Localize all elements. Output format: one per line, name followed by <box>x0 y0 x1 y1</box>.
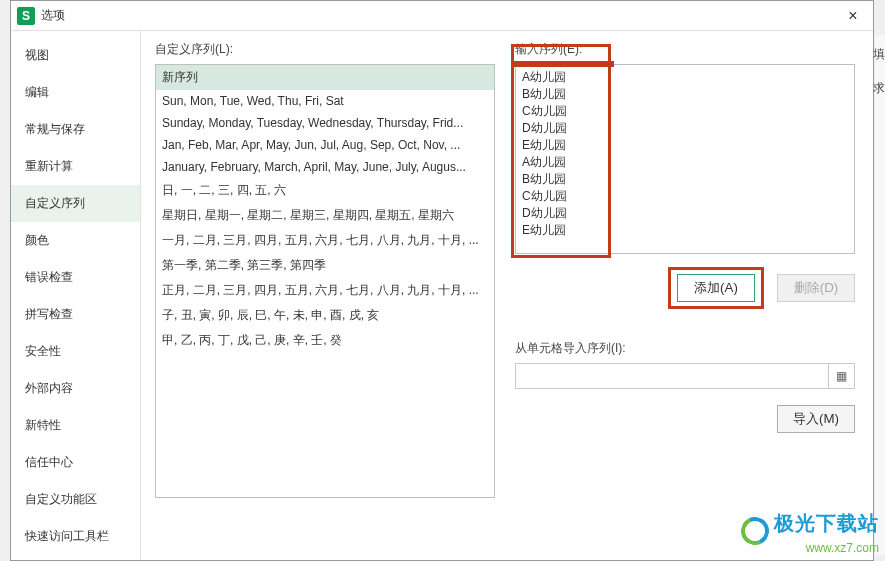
add-button-highlight: 添加(A) <box>675 274 757 302</box>
sidebar-item-4[interactable]: 自定义序列 <box>11 185 140 222</box>
options-dialog: S 选项 × 视图编辑常规与保存重新计算自定义序列颜色错误检查拼写检查安全性外部… <box>10 0 874 561</box>
sidebar-item-2[interactable]: 常规与保存 <box>11 111 140 148</box>
sidebar-item-0[interactable]: 视图 <box>11 37 140 74</box>
custom-list-label: 自定义序列(L): <box>155 41 495 58</box>
list-item[interactable]: Sunday, Monday, Tuesday, Wednesday, Thur… <box>156 112 494 134</box>
sidebar-item-7[interactable]: 拼写检查 <box>11 296 140 333</box>
dialog-body: 视图编辑常规与保存重新计算自定义序列颜色错误检查拼写检查安全性外部内容新特性信任… <box>11 31 873 560</box>
import-section: 从单元格导入序列(I): ▦ 导入(M) <box>515 340 855 433</box>
sidebar-item-9[interactable]: 外部内容 <box>11 370 140 407</box>
sidebar-item-1[interactable]: 编辑 <box>11 74 140 111</box>
close-icon[interactable]: × <box>833 1 873 31</box>
app-icon: S <box>17 7 35 25</box>
list-item[interactable]: 星期日, 星期一, 星期二, 星期三, 星期四, 星期五, 星期六 <box>156 203 494 228</box>
right-edge-strip <box>875 35 885 555</box>
sidebar-item-5[interactable]: 颜色 <box>11 222 140 259</box>
list-item[interactable]: 第一季, 第二季, 第三季, 第四季 <box>156 253 494 278</box>
sidebar: 视图编辑常规与保存重新计算自定义序列颜色错误检查拼写检查安全性外部内容新特性信任… <box>11 31 141 560</box>
add-delete-row: 添加(A) 删除(D) <box>515 274 855 302</box>
input-seq-label: 输入序列(E): <box>515 41 855 58</box>
list-item[interactable]: 日, 一, 二, 三, 四, 五, 六 <box>156 178 494 203</box>
list-item[interactable]: 甲, 乙, 丙, 丁, 戊, 己, 庚, 辛, 壬, 癸 <box>156 328 494 353</box>
sidebar-item-10[interactable]: 新特性 <box>11 407 140 444</box>
right-tag-fill: 填 <box>873 46 885 63</box>
list-item[interactable]: January, February, March, April, May, Ju… <box>156 156 494 178</box>
sidebar-item-6[interactable]: 错误检查 <box>11 259 140 296</box>
sidebar-item-3[interactable]: 重新计算 <box>11 148 140 185</box>
input-column: 输入序列(E): 添加(A) 删除(D) 从单元格导入序列(I): <box>515 41 855 550</box>
list-item[interactable]: 正月, 二月, 三月, 四月, 五月, 六月, 七月, 八月, 九月, 十月, … <box>156 278 494 303</box>
import-button[interactable]: 导入(M) <box>777 405 855 433</box>
sidebar-item-12[interactable]: 自定义功能区 <box>11 481 140 518</box>
custom-list-listbox[interactable]: 新序列Sun, Mon, Tue, Wed, Thu, Fri, SatSund… <box>155 64 495 498</box>
list-item[interactable]: Jan, Feb, Mar, Apr, May, Jun, Jul, Aug, … <box>156 134 494 156</box>
add-button[interactable]: 添加(A) <box>677 274 755 302</box>
list-item[interactable]: Sun, Mon, Tue, Wed, Thu, Fri, Sat <box>156 90 494 112</box>
sidebar-item-8[interactable]: 安全性 <box>11 333 140 370</box>
delete-button: 删除(D) <box>777 274 855 302</box>
sidebar-item-13[interactable]: 快速访问工具栏 <box>11 518 140 555</box>
list-item[interactable]: 新序列 <box>156 65 494 90</box>
range-picker-icon[interactable]: ▦ <box>829 363 855 389</box>
dialog-title: 选项 <box>41 7 833 24</box>
main-panel: 自定义序列(L): 新序列Sun, Mon, Tue, Wed, Thu, Fr… <box>141 31 873 560</box>
list-item[interactable]: 一月, 二月, 三月, 四月, 五月, 六月, 七月, 八月, 九月, 十月, … <box>156 228 494 253</box>
sidebar-item-11[interactable]: 信任中心 <box>11 444 140 481</box>
import-range-input[interactable] <box>515 363 829 389</box>
input-seq-textarea-full[interactable] <box>515 64 855 254</box>
list-item[interactable]: 子, 丑, 寅, 卯, 辰, 巳, 午, 未, 申, 酉, 戌, 亥 <box>156 303 494 328</box>
custom-list-column: 自定义序列(L): 新序列Sun, Mon, Tue, Wed, Thu, Fr… <box>155 41 495 550</box>
import-label: 从单元格导入序列(I): <box>515 340 855 357</box>
right-tag-search: 求 <box>873 80 885 97</box>
titlebar: S 选项 × <box>11 1 873 31</box>
